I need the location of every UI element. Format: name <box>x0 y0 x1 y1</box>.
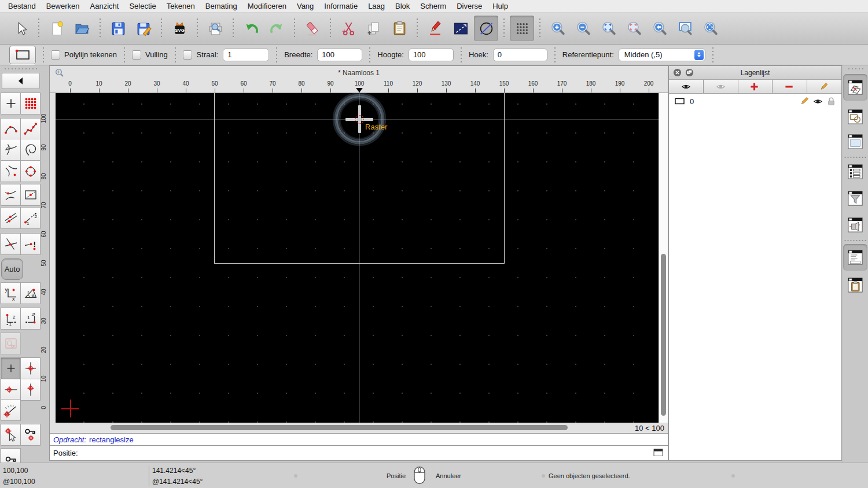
remove-layer-button[interactable] <box>773 80 807 94</box>
arc-point-tool-button[interactable] <box>1 160 21 182</box>
menu-vang[interactable]: Vang <box>292 2 319 10</box>
spline-points-tool-button[interactable] <box>1 118 21 140</box>
cut-button[interactable] <box>336 16 361 41</box>
layer-row[interactable]: 0 <box>669 94 841 109</box>
zoom-out-button[interactable] <box>571 16 595 41</box>
segment-12-tool-button[interactable]: 12 <box>20 207 41 229</box>
copy-button[interactable] <box>362 16 386 41</box>
fill-checkbox[interactable] <box>132 50 141 60</box>
document-titlebar[interactable]: * Naamloos 1 <box>50 66 668 80</box>
horizontal-scrollbar-thumb[interactable] <box>111 425 568 430</box>
layers-panel-titlebar[interactable]: Lagenlijst <box>669 66 841 80</box>
menu-informatie[interactable]: Informatie <box>319 2 363 10</box>
crosshair-point-tool-button[interactable] <box>20 357 41 379</box>
save-file-button[interactable] <box>106 16 130 41</box>
snap-vertical-tool-button[interactable] <box>20 379 41 401</box>
menu-hulp[interactable]: Hulp <box>487 2 513 10</box>
grid-raster-button[interactable] <box>510 16 534 41</box>
clipboard-palette-toggle[interactable] <box>845 274 865 296</box>
point-grid-tool-button[interactable] <box>20 93 41 114</box>
corner-21-tool-button[interactable]: 12 <box>20 308 41 330</box>
edit-layers-button[interactable] <box>807 80 841 94</box>
polyline-points-tool-button[interactable] <box>20 118 41 140</box>
polyline-checkbox[interactable] <box>51 50 60 60</box>
save-as-button[interactable] <box>131 16 156 41</box>
point-exclaim-tool-button[interactable]: ! <box>20 233 41 255</box>
horizontal-scrollbar[interactable]: 10 < 100 <box>50 423 668 433</box>
menu-tekenen[interactable]: Tekenen <box>161 2 200 10</box>
layer-visible-eye-icon[interactable] <box>813 97 823 106</box>
drawing-palette-toggle[interactable] <box>843 74 867 101</box>
radius-checkbox[interactable] <box>183 50 192 60</box>
line-style-button[interactable] <box>448 16 473 41</box>
print-preview-button[interactable] <box>203 16 227 41</box>
coordinates-palette-toggle[interactable] <box>843 244 867 271</box>
layer-lock-icon[interactable] <box>827 97 836 106</box>
paste-button[interactable] <box>387 16 411 41</box>
auto-snap-button[interactable]: Auto <box>1 258 23 280</box>
snap-horizontal-tool-button[interactable] <box>1 379 21 401</box>
circle-style-button[interactable] <box>474 16 498 41</box>
window-icon[interactable] <box>653 448 663 457</box>
hide-all-eye-button[interactable] <box>704 80 738 94</box>
open-file-button[interactable] <box>70 16 94 41</box>
coords-xy-tool-button[interactable]: yx <box>1 282 21 304</box>
rectangle-tool-button[interactable] <box>9 46 36 64</box>
command-bar[interactable]: Opdracht: rectanglesize <box>50 433 668 446</box>
palette-drag-handle[interactable] <box>847 68 865 70</box>
add-point-tool-button[interactable] <box>1 93 21 114</box>
menu-bestand[interactable]: Bestand <box>3 2 41 10</box>
height-input[interactable] <box>409 49 454 61</box>
circle-points-tool-button[interactable] <box>20 160 41 182</box>
menu-selectie[interactable]: Selectie <box>124 2 161 10</box>
angle-input[interactable] <box>493 49 547 61</box>
corner-12-tool-button[interactable]: 12 <box>1 308 21 330</box>
menu-diverse[interactable]: Diverse <box>451 2 487 10</box>
intersect-lines-tool-button[interactable] <box>1 233 21 255</box>
menu-laag[interactable]: Laag <box>363 2 390 10</box>
vertical-scrollbar-thumb[interactable] <box>661 254 666 416</box>
width-input[interactable] <box>317 49 362 61</box>
menu-bemating[interactable]: Bemating <box>200 2 242 10</box>
tangent-arc-tool-button[interactable] <box>1 184 21 206</box>
zoom-in-button[interactable] <box>546 16 570 41</box>
zoom-window-button[interactable] <box>673 16 697 41</box>
zoom-selection-button[interactable] <box>622 16 646 41</box>
extrude-palette-toggle[interactable] <box>845 214 865 236</box>
add-layer-button[interactable] <box>738 80 773 94</box>
radius-input[interactable] <box>223 49 269 61</box>
circle-loop-tool-button[interactable] <box>20 139 41 161</box>
menu-bewerken[interactable]: Bewerken <box>41 2 85 10</box>
zoom-fit-button[interactable] <box>597 16 621 41</box>
palette-collapse-button[interactable] <box>2 73 40 89</box>
rect-diagonal-tool-button[interactable] <box>20 184 41 206</box>
layer-edit-pencil-icon[interactable] <box>800 97 809 106</box>
undo-button[interactable] <box>239 16 263 41</box>
reference-point-select[interactable]: Midden (,5) <box>619 49 705 61</box>
pen-color-button[interactable] <box>423 16 447 41</box>
redo-button[interactable] <box>264 16 289 41</box>
plus-select-tool-button[interactable] <box>1 357 21 379</box>
eraser-button[interactable] <box>300 16 325 41</box>
show-all-eye-button[interactable] <box>669 80 704 94</box>
menu-blok[interactable]: Blok <box>390 2 415 10</box>
filter-palette-toggle[interactable] <box>845 187 865 209</box>
lock-target-tool-button[interactable] <box>20 424 41 446</box>
select-cursor-button[interactable] <box>9 16 33 41</box>
trim-curve-tool-button[interactable] <box>1 139 21 161</box>
svg-export-button[interactable]: SVG <box>167 16 192 41</box>
menu-modificeren[interactable]: Modificeren <box>242 2 292 10</box>
menu-aanzicht[interactable]: Aanzicht <box>85 2 124 10</box>
palette-drag-handle[interactable] <box>3 68 37 70</box>
new-document-button[interactable] <box>45 16 69 41</box>
snap-angle-tool-button[interactable] <box>1 399 21 421</box>
preview-palette-toggle[interactable] <box>845 131 865 153</box>
select-target-tool-button[interactable] <box>1 424 21 446</box>
structure-palette-toggle[interactable] <box>845 161 865 183</box>
position-bar[interactable]: Positie: <box>50 446 668 460</box>
tangent-lines-tool-button[interactable] <box>1 207 21 229</box>
menu-scherm[interactable]: Scherm <box>415 2 451 10</box>
vertical-scrollbar[interactable] <box>659 93 668 423</box>
objects-palette-toggle[interactable] <box>845 106 865 128</box>
zoom-previous-button[interactable] <box>648 16 672 41</box>
